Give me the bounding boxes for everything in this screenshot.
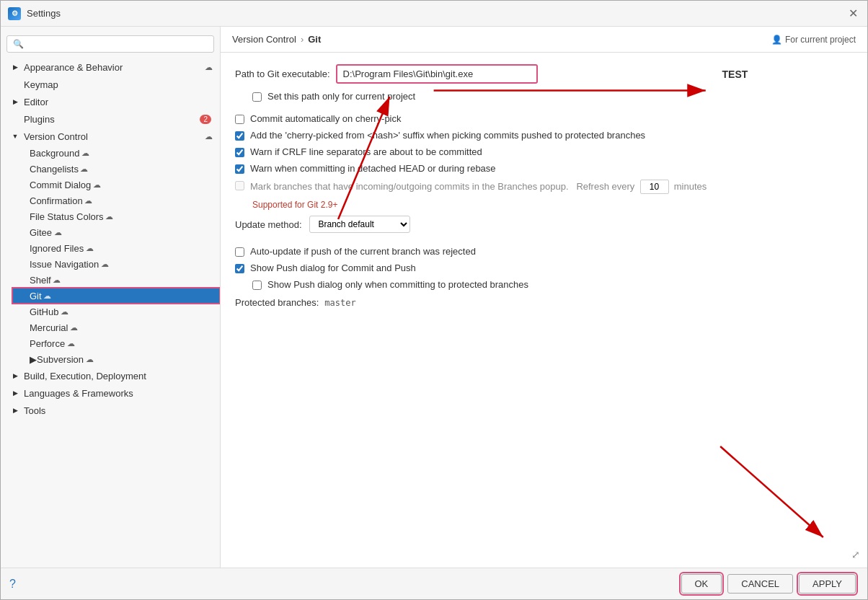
main-content: ▶ Appearance & Behavior ☁ Keymap ▶ Edito… xyxy=(1,27,867,568)
help-icon[interactable]: ? xyxy=(9,578,16,591)
sidebar-item-subversion[interactable]: ▶ Subversion ☁ xyxy=(12,351,220,367)
sidebar-label-tools: Tools xyxy=(21,405,214,416)
expand-icon-plugins xyxy=(9,113,21,125)
warn-detached-row: Warn when committing in detached HEAD or… xyxy=(235,163,853,174)
panel-header: Version Control › Git 👤 For current proj… xyxy=(221,27,867,53)
show-push-label: Show Push dialog for Commit and Push xyxy=(250,262,416,273)
sidebar-label-gitee: Gitee xyxy=(30,227,52,238)
breadcrumb-git: Git xyxy=(308,34,321,45)
commit-auto-checkbox[interactable] xyxy=(235,115,244,124)
svg-line-4 xyxy=(720,446,823,537)
set-path-label: Set this path only for current project xyxy=(267,91,415,102)
cloud-icon-issue: ☁ xyxy=(99,258,110,270)
add-suffix-checkbox[interactable] xyxy=(235,131,244,141)
cloud-icon-background: ☁ xyxy=(79,147,91,159)
cloud-icon-changelists: ☁ xyxy=(79,163,90,175)
search-bar xyxy=(1,32,220,58)
expand-corner-icon[interactable]: ⤢ xyxy=(851,549,860,560)
sidebar-label-subversion: Subversion xyxy=(37,354,84,365)
mark-branches-checkbox[interactable] xyxy=(235,181,244,190)
add-suffix-row: Add the 'cherry-picked from <hash>' suff… xyxy=(235,130,853,141)
refresh-label: Refresh every xyxy=(576,181,634,192)
ok-button[interactable]: OK xyxy=(681,574,722,594)
expand-icon-languages: ▶ xyxy=(9,387,21,399)
cloud-icon-file-status: ☁ xyxy=(104,211,115,222)
sidebar-item-commit-dialog[interactable]: Commit Dialog ☁ xyxy=(12,177,220,193)
sidebar-item-file-status-colors[interactable]: File Status Colors ☁ xyxy=(12,208,220,224)
sidebar-label-commit-dialog: Commit Dialog xyxy=(30,180,91,190)
for-current-project-label: For current project xyxy=(785,35,856,45)
show-push-only-checkbox[interactable] xyxy=(252,281,262,290)
commit-auto-label: Commit automatically on cherry-pick xyxy=(250,113,402,124)
settings-window: ⚙ Settings ✕ ▶ Appearance & Behavior ☁ K… xyxy=(0,0,868,600)
sidebar-item-background[interactable]: Background ☁ xyxy=(12,145,220,161)
auto-update-row: Auto-update if push of the current branc… xyxy=(235,246,853,257)
sidebar-item-issue-navigation[interactable]: Issue Navigation ☁ xyxy=(12,256,220,272)
search-input[interactable] xyxy=(6,35,214,53)
sidebar-item-build[interactable]: ▶ Build, Execution, Deployment xyxy=(1,367,220,384)
sidebar-label-editor: Editor xyxy=(21,97,214,107)
warn-crlf-checkbox[interactable] xyxy=(235,148,244,157)
sidebar-item-languages[interactable]: ▶ Languages & Frameworks xyxy=(1,384,220,402)
auto-update-checkbox[interactable] xyxy=(235,247,244,257)
cloud-icon-shelf: ☁ xyxy=(51,274,63,286)
main-panel: Version Control › Git 👤 For current proj… xyxy=(221,27,867,568)
protected-branches-row: Protected branches: master xyxy=(235,297,853,308)
sidebar-item-gitee[interactable]: Gitee ☁ xyxy=(12,224,220,240)
sidebar-item-editor[interactable]: ▶ Editor xyxy=(1,93,220,110)
sidebar-label-ignored-files: Ignored Files xyxy=(30,243,84,254)
sidebar-item-ignored-files[interactable]: Ignored Files ☁ xyxy=(12,240,220,256)
person-icon: 👤 xyxy=(771,35,782,45)
help-area: ? xyxy=(9,578,16,591)
minutes-label: minutes xyxy=(674,181,707,192)
cloud-icon-git: ☁ xyxy=(42,290,53,301)
cloud-icon-commit-dialog: ☁ xyxy=(91,179,102,190)
sidebar-item-keymap[interactable]: Keymap xyxy=(1,76,220,93)
sidebar-item-confirmation[interactable]: Confirmation ☁ xyxy=(12,193,220,208)
sidebar-item-tools[interactable]: ▶ Tools xyxy=(1,402,220,419)
sidebar-label-plugins: Plugins xyxy=(21,114,200,125)
cancel-button[interactable]: CANCEL xyxy=(727,574,793,594)
cloud-icon-github: ☁ xyxy=(58,306,70,317)
add-suffix-label: Add the 'cherry-picked from <hash>' suff… xyxy=(250,130,645,141)
sidebar-item-perforce[interactable]: Perforce ☁ xyxy=(12,335,220,351)
set-path-checkbox[interactable] xyxy=(252,92,262,102)
sidebar-item-changelists[interactable]: Changelists ☁ xyxy=(12,161,220,177)
cloud-icon-ignored: ☁ xyxy=(84,242,95,254)
sidebar-item-mercurial[interactable]: Mercurial ☁ xyxy=(12,319,220,335)
sidebar-item-github[interactable]: GitHub ☁ xyxy=(12,304,220,319)
sidebar-label-confirmation: Confirmation xyxy=(30,195,83,206)
update-method-select[interactable]: Branch default xyxy=(309,216,410,233)
sidebar-item-appearance[interactable]: ▶ Appearance & Behavior ☁ xyxy=(1,58,220,76)
sidebar-item-plugins[interactable]: Plugins 2 xyxy=(1,110,220,128)
show-push-only-row: Show Push dialog only when committing to… xyxy=(235,279,853,290)
warn-detached-checkbox[interactable] xyxy=(235,164,244,174)
path-label: Path to Git executable: xyxy=(235,69,330,79)
sidebar-label-mercurial: Mercurial xyxy=(30,322,68,333)
panel-body: Path to Git executable: TEST Set this pa… xyxy=(221,53,867,568)
title-bar-left: ⚙ Settings xyxy=(8,7,61,20)
cloud-icon-appearance: ☁ xyxy=(203,61,214,73)
vc-sub-items: Background ☁ Changelists ☁ Commit Dialog… xyxy=(1,145,220,367)
breadcrumb-sep: › xyxy=(301,34,304,45)
close-button[interactable]: ✕ xyxy=(846,6,860,21)
cloud-icon-subversion: ☁ xyxy=(84,353,95,365)
sidebar-label-build: Build, Execution, Deployment xyxy=(21,371,214,381)
show-push-checkbox[interactable] xyxy=(235,264,244,273)
expand-icon-editor: ▶ xyxy=(9,96,21,107)
window-title: Settings xyxy=(27,8,61,19)
sidebar-item-shelf[interactable]: Shelf ☁ xyxy=(12,272,220,288)
warn-crlf-label: Warn if CRLF line separators are about t… xyxy=(250,146,482,157)
sidebar-item-version-control[interactable]: ▼ Version Control ☁ xyxy=(1,128,220,145)
sidebar-label-github: GitHub xyxy=(30,306,58,317)
title-bar: ⚙ Settings ✕ xyxy=(1,1,867,27)
sidebar-label-appearance: Appearance & Behavior xyxy=(21,62,203,73)
mark-branches-row: Mark branches that have incoming/outgoin… xyxy=(235,180,853,194)
sidebar-item-git[interactable]: Git ☁ xyxy=(12,288,220,304)
sidebar-label-perforce: Perforce xyxy=(30,338,65,349)
refresh-input[interactable] xyxy=(640,180,669,194)
apply-button[interactable]: APPLY xyxy=(799,574,856,594)
expand-icon-vc: ▼ xyxy=(9,131,21,142)
git-path-input[interactable] xyxy=(336,64,538,84)
cloud-icon-gitee: ☁ xyxy=(52,226,63,238)
